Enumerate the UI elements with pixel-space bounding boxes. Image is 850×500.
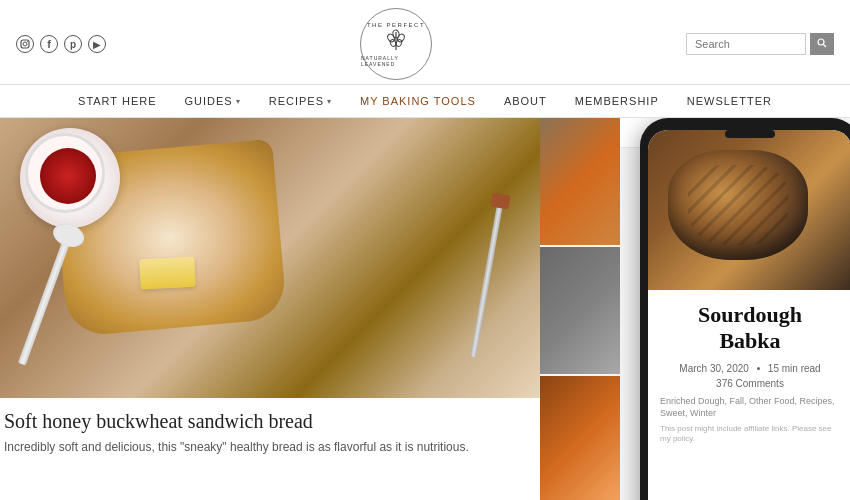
phone-content: Sourdough Babka March 30, 2020 15 min re…	[648, 290, 850, 453]
site-logo[interactable]: THE PERFECT NATURALLY LEAVENED	[106, 8, 686, 80]
phone-hero-image	[648, 130, 850, 290]
facebook-icon[interactable]: f	[40, 35, 58, 53]
youtube-icon[interactable]: ▶	[88, 35, 106, 53]
phone-tags: Enriched Dough, Fall, Other Food, Recipe…	[660, 395, 840, 420]
butter-pat	[139, 257, 195, 290]
hero-title[interactable]: Soft honey buckwheat sandwich bread	[4, 410, 536, 433]
search-input[interactable]	[686, 33, 806, 55]
thumbnail-1[interactable]	[540, 118, 620, 245]
phone-date: March 30, 2020	[679, 363, 749, 374]
phone-recipe-title[interactable]: Sourdough Babka	[660, 302, 840, 355]
main-content: Soft honey buckwheat sandwich bread Incr…	[0, 118, 850, 500]
hero-section: Soft honey buckwheat sandwich bread Incr…	[0, 118, 540, 500]
nav-item-about[interactable]: ABOUT	[490, 85, 561, 117]
logo-text-bottom: NATURALLY LEAVENED	[361, 55, 431, 67]
thumbnail-strip	[540, 118, 620, 500]
main-nav: START HERE GUIDES ▾ RECIPES ▾ MY BAKING …	[0, 84, 850, 118]
hero-subtitle: Incredibly soft and delicious, this "sne…	[4, 439, 536, 456]
svg-point-5	[386, 33, 395, 43]
chevron-down-icon: ▾	[236, 97, 241, 106]
phone-disclaimer: This post might include affiliate links.…	[660, 424, 840, 445]
top-bar: f p ▶ THE PERFECT NATURALLY LEAVENED	[0, 0, 850, 84]
svg-point-9	[818, 39, 824, 45]
search-area	[686, 33, 834, 55]
babka-bread-image	[668, 150, 808, 260]
thumbnail-2[interactable]	[540, 247, 620, 374]
instagram-icon[interactable]	[16, 35, 34, 53]
phone-comments-count[interactable]: 376 Comments	[660, 378, 840, 389]
nav-item-guides[interactable]: GUIDES ▾	[171, 85, 255, 117]
spoon-icon	[18, 241, 70, 366]
nav-item-membership[interactable]: MEMBERSHIP	[561, 85, 673, 117]
separator-dot	[757, 367, 760, 370]
pinterest-icon[interactable]: p	[64, 35, 82, 53]
nav-item-baking-tools[interactable]: MY BAKING TOOLS	[346, 85, 490, 117]
chevron-down-icon: ▾	[327, 97, 332, 106]
phone-mockup: Sourdough Babka March 30, 2020 15 min re…	[640, 118, 850, 500]
phone-meta: March 30, 2020 15 min read	[660, 363, 840, 374]
svg-point-1	[23, 42, 27, 46]
social-icons: f p ▶	[16, 35, 106, 53]
phone-screen: Sourdough Babka March 30, 2020 15 min re…	[648, 130, 850, 500]
phone-read-time: 15 min read	[768, 363, 821, 374]
jam-bowl	[25, 133, 105, 213]
hero-caption: Soft honey buckwheat sandwich bread Incr…	[0, 398, 540, 460]
thumbnail-3[interactable]	[540, 376, 620, 500]
phone-notch	[725, 130, 775, 138]
right-section: Wha Sourdough Babka March	[540, 118, 850, 500]
nav-item-recipes[interactable]: RECIPES ▾	[255, 85, 346, 117]
logo-wheat-icon	[380, 28, 412, 55]
svg-point-2	[27, 41, 28, 42]
nav-item-newsletter[interactable]: NEWSLETTER	[673, 85, 786, 117]
hero-image	[0, 118, 540, 398]
search-button[interactable]	[810, 33, 834, 55]
svg-point-6	[396, 33, 405, 43]
svg-line-10	[824, 45, 827, 48]
nav-item-start-here[interactable]: START HERE	[64, 85, 170, 117]
knife-icon	[470, 199, 504, 358]
